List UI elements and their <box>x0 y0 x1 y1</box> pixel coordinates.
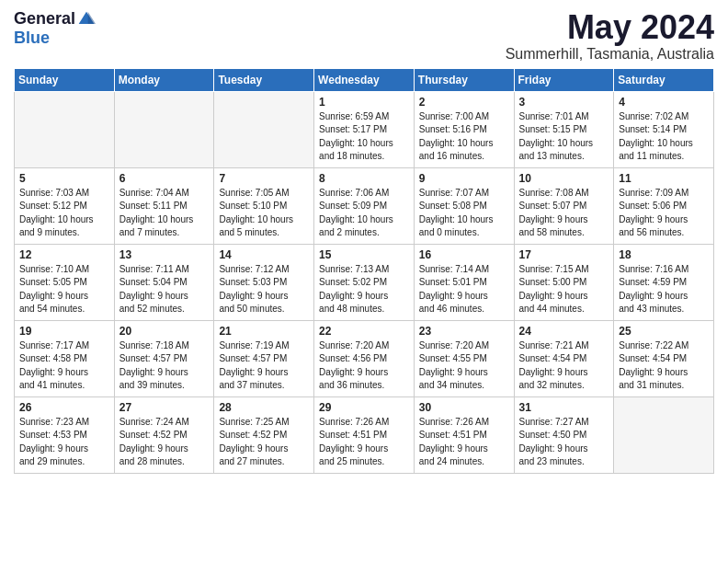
day-info: Sunrise: 7:21 AM Sunset: 4:54 PM Dayligh… <box>519 339 609 393</box>
logo-blue-text: Blue <box>14 29 50 48</box>
day-number: 13 <box>119 248 210 261</box>
day-number: 2 <box>419 96 509 109</box>
calendar-header-row: SundayMondayTuesdayWednesdayThursdayFrid… <box>15 68 714 91</box>
calendar-cell <box>614 396 714 473</box>
day-number: 8 <box>319 172 409 185</box>
day-number: 10 <box>519 172 609 185</box>
calendar-cell: 8Sunrise: 7:06 AM Sunset: 5:09 PM Daylig… <box>314 167 415 244</box>
calendar-cell: 19Sunrise: 7:17 AM Sunset: 4:58 PM Dayli… <box>15 320 115 396</box>
svg-marker-1 <box>88 11 96 23</box>
day-info: Sunrise: 7:10 AM Sunset: 5:05 PM Dayligh… <box>19 263 109 316</box>
day-number: 26 <box>19 401 109 414</box>
calendar-cell: 1Sunrise: 6:59 AM Sunset: 5:17 PM Daylig… <box>314 91 415 167</box>
logo: General Blue <box>14 9 96 48</box>
day-header-sunday: Sunday <box>15 68 115 91</box>
day-info: Sunrise: 7:13 AM Sunset: 5:02 PM Dayligh… <box>319 263 409 316</box>
calendar-cell: 14Sunrise: 7:12 AM Sunset: 5:03 PM Dayli… <box>214 244 314 320</box>
calendar-cell: 4Sunrise: 7:02 AM Sunset: 5:14 PM Daylig… <box>614 91 714 167</box>
day-number: 29 <box>319 401 409 414</box>
day-number: 7 <box>219 172 309 185</box>
calendar-header: General Blue May 2024 Summerhill, Tasman… <box>14 9 714 63</box>
day-number: 24 <box>519 325 609 338</box>
calendar-cell: 6Sunrise: 7:04 AM Sunset: 5:11 PM Daylig… <box>114 167 214 244</box>
title-section: May 2024 Summerhill, Tasmania, Australia <box>506 9 714 63</box>
logo-icon <box>77 10 96 29</box>
day-info: Sunrise: 7:00 AM Sunset: 5:16 PM Dayligh… <box>419 110 509 164</box>
day-info: Sunrise: 7:17 AM Sunset: 4:58 PM Dayligh… <box>19 339 109 393</box>
calendar-cell: 22Sunrise: 7:20 AM Sunset: 4:56 PM Dayli… <box>314 320 415 396</box>
calendar-cell <box>214 91 314 167</box>
day-number: 23 <box>419 325 509 338</box>
day-number: 27 <box>119 401 210 414</box>
day-number: 22 <box>319 325 409 338</box>
calendar-table: SundayMondayTuesdayWednesdayThursdayFrid… <box>14 68 714 474</box>
calendar-cell: 12Sunrise: 7:10 AM Sunset: 5:05 PM Dayli… <box>15 244 115 320</box>
day-number: 6 <box>119 172 210 185</box>
calendar-cell: 31Sunrise: 7:27 AM Sunset: 4:50 PM Dayli… <box>514 396 614 473</box>
calendar-cell: 13Sunrise: 7:11 AM Sunset: 5:04 PM Dayli… <box>114 244 214 320</box>
calendar-week-row: 5Sunrise: 7:03 AM Sunset: 5:12 PM Daylig… <box>15 167 714 244</box>
day-info: Sunrise: 7:02 AM Sunset: 5:14 PM Dayligh… <box>619 110 709 164</box>
calendar-cell: 16Sunrise: 7:14 AM Sunset: 5:01 PM Dayli… <box>414 244 514 320</box>
calendar-cell <box>114 91 214 167</box>
day-info: Sunrise: 7:20 AM Sunset: 4:55 PM Dayligh… <box>419 339 509 393</box>
calendar-cell: 25Sunrise: 7:22 AM Sunset: 4:54 PM Dayli… <box>614 320 714 396</box>
logo-general-text: General <box>14 9 75 29</box>
day-number: 11 <box>619 172 709 185</box>
day-info: Sunrise: 7:04 AM Sunset: 5:11 PM Dayligh… <box>119 187 210 240</box>
day-info: Sunrise: 7:14 AM Sunset: 5:01 PM Dayligh… <box>419 263 509 316</box>
day-info: Sunrise: 7:26 AM Sunset: 4:51 PM Dayligh… <box>419 416 509 469</box>
day-number: 12 <box>19 248 109 261</box>
calendar-cell: 11Sunrise: 7:09 AM Sunset: 5:06 PM Dayli… <box>614 167 714 244</box>
calendar-cell: 7Sunrise: 7:05 AM Sunset: 5:10 PM Daylig… <box>214 167 314 244</box>
calendar-cell: 29Sunrise: 7:26 AM Sunset: 4:51 PM Dayli… <box>314 396 415 473</box>
day-number: 16 <box>419 248 509 261</box>
day-info: Sunrise: 7:06 AM Sunset: 5:09 PM Dayligh… <box>319 187 409 240</box>
calendar-cell: 18Sunrise: 7:16 AM Sunset: 4:59 PM Dayli… <box>614 244 714 320</box>
day-number: 4 <box>619 96 709 109</box>
day-number: 1 <box>319 96 409 109</box>
day-info: Sunrise: 7:26 AM Sunset: 4:51 PM Dayligh… <box>319 416 409 469</box>
day-header-tuesday: Tuesday <box>214 68 314 91</box>
day-header-monday: Monday <box>114 68 214 91</box>
day-number: 20 <box>119 325 210 338</box>
calendar-week-row: 1Sunrise: 6:59 AM Sunset: 5:17 PM Daylig… <box>15 91 714 167</box>
day-number: 9 <box>419 172 509 185</box>
day-number: 19 <box>19 325 109 338</box>
day-number: 31 <box>519 401 609 414</box>
day-number: 5 <box>19 172 109 185</box>
day-info: Sunrise: 7:05 AM Sunset: 5:10 PM Dayligh… <box>219 187 309 240</box>
day-number: 28 <box>219 401 309 414</box>
calendar-cell: 17Sunrise: 7:15 AM Sunset: 5:00 PM Dayli… <box>514 244 614 320</box>
day-number: 21 <box>219 325 309 338</box>
calendar-container: General Blue May 2024 Summerhill, Tasman… <box>0 0 728 488</box>
day-header-thursday: Thursday <box>414 68 514 91</box>
calendar-cell: 23Sunrise: 7:20 AM Sunset: 4:55 PM Dayli… <box>414 320 514 396</box>
day-info: Sunrise: 7:19 AM Sunset: 4:57 PM Dayligh… <box>219 339 309 393</box>
day-number: 18 <box>619 248 709 261</box>
month-title: May 2024 <box>506 9 714 46</box>
day-number: 15 <box>319 248 409 261</box>
calendar-cell: 26Sunrise: 7:23 AM Sunset: 4:53 PM Dayli… <box>15 396 115 473</box>
calendar-cell: 24Sunrise: 7:21 AM Sunset: 4:54 PM Dayli… <box>514 320 614 396</box>
day-header-saturday: Saturday <box>614 68 714 91</box>
day-info: Sunrise: 7:27 AM Sunset: 4:50 PM Dayligh… <box>519 416 609 469</box>
day-number: 30 <box>419 401 509 414</box>
day-number: 25 <box>619 325 709 338</box>
day-number: 17 <box>519 248 609 261</box>
day-info: Sunrise: 6:59 AM Sunset: 5:17 PM Dayligh… <box>319 110 409 164</box>
day-info: Sunrise: 7:23 AM Sunset: 4:53 PM Dayligh… <box>19 416 109 469</box>
day-info: Sunrise: 7:24 AM Sunset: 4:52 PM Dayligh… <box>119 416 210 469</box>
calendar-cell: 30Sunrise: 7:26 AM Sunset: 4:51 PM Dayli… <box>414 396 514 473</box>
day-info: Sunrise: 7:20 AM Sunset: 4:56 PM Dayligh… <box>319 339 409 393</box>
day-info: Sunrise: 7:08 AM Sunset: 5:07 PM Dayligh… <box>519 187 609 240</box>
day-number: 14 <box>219 248 309 261</box>
calendar-cell <box>15 91 115 167</box>
location-text: Summerhill, Tasmania, Australia <box>506 46 714 63</box>
calendar-week-row: 19Sunrise: 7:17 AM Sunset: 4:58 PM Dayli… <box>15 320 714 396</box>
day-header-wednesday: Wednesday <box>314 68 415 91</box>
day-info: Sunrise: 7:15 AM Sunset: 5:00 PM Dayligh… <box>519 263 609 316</box>
day-info: Sunrise: 7:12 AM Sunset: 5:03 PM Dayligh… <box>219 263 309 316</box>
day-number: 3 <box>519 96 609 109</box>
day-info: Sunrise: 7:25 AM Sunset: 4:52 PM Dayligh… <box>219 416 309 469</box>
